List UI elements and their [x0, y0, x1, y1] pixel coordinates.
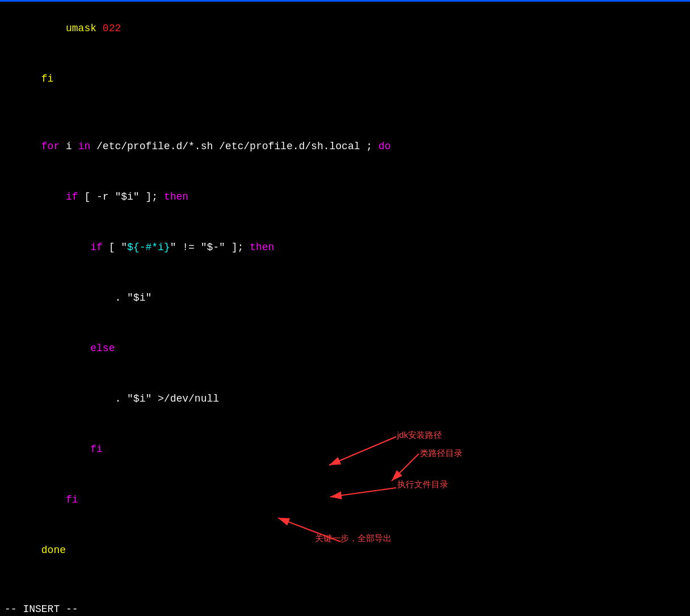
code-token: done	[41, 545, 66, 556]
code-token: else	[90, 343, 115, 354]
statusbar: -- INSERT --	[0, 602, 690, 616]
code-line: . "$i" >/dev/null	[5, 374, 685, 424]
code-line: done	[5, 525, 685, 576]
code-token: [ "	[103, 242, 127, 253]
code-token	[41, 242, 90, 253]
code-line	[5, 576, 685, 593]
code-line: for i in /etc/profile.d/*.sh /etc/profil…	[5, 121, 685, 172]
code-line: umask 022	[5, 3, 685, 54]
code-token: ${-#*i}	[127, 242, 170, 253]
code-token: " != "$-" ];	[170, 242, 250, 253]
code-token	[41, 343, 90, 354]
code-line: fi	[5, 424, 685, 475]
code-editor: umask 022 fi for i in /etc/profile.d/*.s…	[0, 0, 690, 616]
code-token: . "$i"	[41, 292, 152, 303]
code-token: fi	[41, 73, 54, 85]
code-token: [ -r "$i" ];	[78, 191, 164, 202]
code-line: if [ -r "$i" ]; then	[5, 172, 685, 222]
code-line: fi	[5, 54, 685, 104]
code-token: if	[66, 191, 78, 202]
code-line: fi	[5, 475, 685, 525]
code-line: . "$i"	[5, 273, 685, 323]
code-token: for	[41, 141, 60, 152]
code-token: in	[78, 141, 91, 152]
code-token: fi	[90, 444, 103, 455]
code-token: fi	[66, 494, 78, 505]
code-token: do	[378, 141, 391, 152]
insert-mode-label: -- INSERT --	[5, 604, 78, 615]
code-token: then	[250, 242, 274, 253]
code-token: i	[60, 141, 78, 152]
code-token: /etc/profile.d/*.sh /etc/profile.d/sh.lo…	[90, 141, 378, 152]
code-line	[5, 104, 685, 121]
code-token: if	[90, 242, 103, 253]
code-token	[41, 494, 66, 505]
code-token	[41, 191, 66, 202]
code-token	[41, 444, 90, 455]
code-token: then	[164, 191, 188, 202]
code-token: . "$i" >/dev/null	[41, 393, 219, 404]
code-token: umask	[41, 23, 103, 34]
code-token: 022	[103, 23, 121, 34]
code-line: if [ "${-#*i}" != "$-" ]; then	[5, 222, 685, 273]
code-line: else	[5, 323, 685, 374]
